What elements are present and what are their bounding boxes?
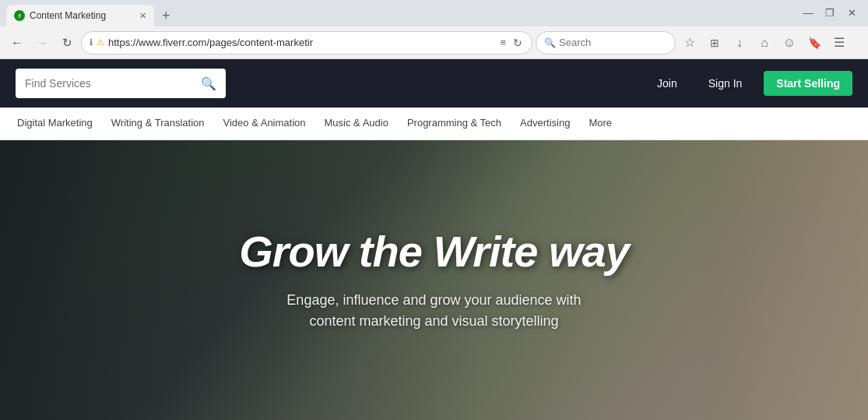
tab-title: Content Marketing	[30, 10, 132, 21]
nav-item-programming-tech[interactable]: Programming & Tech	[398, 108, 511, 140]
bookmark-star-button[interactable]: ☆	[679, 32, 701, 54]
nav-item-music-audio[interactable]: Music & Audio	[315, 108, 398, 140]
refresh-button[interactable]: ↻	[56, 32, 78, 54]
tab-close-icon[interactable]: ✕	[139, 11, 146, 21]
minimize-button[interactable]: —	[798, 5, 818, 20]
address-bar[interactable]: ℹ ⚠ ≡ ↻	[81, 31, 532, 55]
join-button[interactable]: Join	[648, 72, 687, 94]
reader-mode-button[interactable]: ≡	[498, 35, 508, 50]
hero-subtitle-line1: Engage, influence and grow your audience…	[65, 290, 803, 311]
browser-toolbar: ← → ↻ ℹ ⚠ ≡ ↻ 🔍 ☆ ⊞ ↓ ⌂ ☺ 🔖 ☰	[0, 26, 868, 59]
hero-subtitle-line2: content marketing and visual storytellin…	[65, 311, 803, 332]
site-wrapper: 🔍 Join Sign In Start Selling Digital Mar…	[0, 59, 868, 420]
hero-title: Grow the Write way	[65, 228, 803, 274]
url-input[interactable]	[108, 37, 494, 48]
fiverr-nav: Digital Marketing Writing & Translation …	[0, 108, 868, 140]
site-search-input[interactable]	[16, 77, 192, 90]
hamburger-menu-button[interactable]: ☰	[828, 32, 850, 54]
close-button[interactable]: ✕	[842, 5, 862, 20]
secure-icon: ℹ	[90, 37, 93, 48]
hero-content: Grow the Write way Engage, influence and…	[65, 228, 803, 332]
maximize-button[interactable]: ❐	[820, 5, 840, 20]
site-search-container[interactable]: 🔍	[16, 69, 226, 98]
active-tab[interactable]: f Content Marketing ✕	[6, 5, 154, 26]
browser-search-input[interactable]	[559, 37, 660, 48]
browser-menu-button[interactable]: ⊞	[704, 32, 726, 54]
browser-search-bar[interactable]: 🔍	[536, 31, 676, 55]
emoji-button[interactable]: ☺	[778, 32, 800, 54]
fiverr-header: 🔍 Join Sign In Start Selling	[0, 59, 868, 108]
hero-section: Grow the Write way Engage, influence and…	[0, 140, 868, 420]
sign-in-button[interactable]: Sign In	[699, 72, 752, 94]
nav-item-writing-translation[interactable]: Writing & Translation	[102, 108, 214, 140]
forward-button[interactable]: →	[31, 32, 53, 54]
new-tab-button[interactable]: +	[154, 5, 178, 26]
tab-favicon: f	[14, 10, 25, 21]
site-search-button[interactable]: 🔍	[192, 69, 226, 98]
warning-icon: ⚠	[97, 37, 104, 48]
page-refresh-button[interactable]: ↻	[511, 35, 524, 51]
search-icon: 🔍	[544, 37, 556, 48]
nav-item-advertising[interactable]: Advertising	[511, 108, 579, 140]
tabs-bar: f Content Marketing ✕ +	[6, 0, 798, 26]
window-controls: — ❐ ✕	[798, 5, 862, 20]
nav-item-digital-marketing[interactable]: Digital Marketing	[8, 108, 102, 140]
home-button[interactable]: ⌂	[754, 32, 775, 54]
nav-item-more[interactable]: More	[579, 108, 621, 140]
start-selling-button[interactable]: Start Selling	[764, 71, 852, 96]
pocket-button[interactable]: 🔖	[803, 32, 825, 54]
window-titlebar: f Content Marketing ✕ + — ❐ ✕	[0, 0, 868, 26]
download-button[interactable]: ↓	[729, 32, 750, 54]
back-button[interactable]: ←	[6, 32, 28, 54]
nav-item-video-animation[interactable]: Video & Animation	[214, 108, 315, 140]
